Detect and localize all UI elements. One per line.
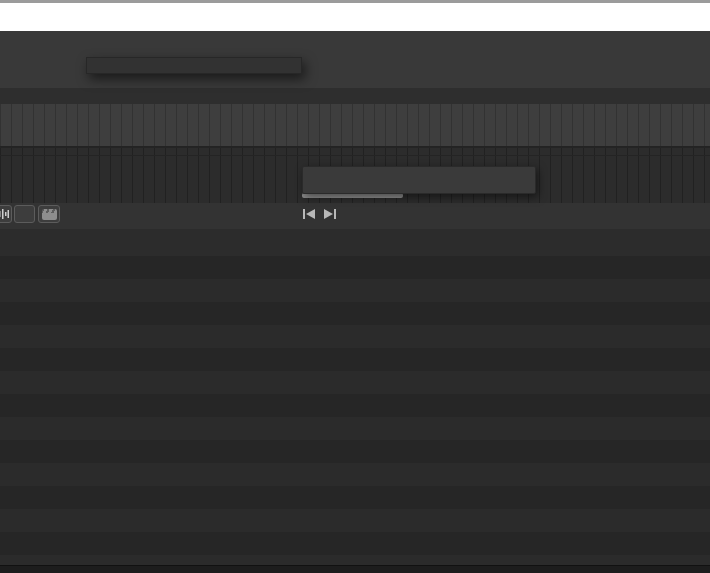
timeline-ruler[interactable] xyxy=(0,88,710,104)
skip-forward-icon xyxy=(324,209,336,219)
transport-skip-buttons[interactable] xyxy=(303,208,339,220)
others-submenu[interactable] xyxy=(302,166,536,194)
script-dropdown-menu xyxy=(86,57,302,74)
lyric-mode-button[interactable] xyxy=(14,205,35,223)
overview-divider xyxy=(0,155,710,156)
piano-roll-header[interactable] xyxy=(0,229,710,256)
clip-view-button[interactable] xyxy=(38,205,60,223)
piano-roll-toolbar xyxy=(0,203,710,229)
audio-track-waveform-lane[interactable] xyxy=(0,104,710,147)
waveform-icon xyxy=(0,209,9,219)
piano-roll-grid[interactable] xyxy=(0,256,710,565)
bottom-scrollbar-track[interactable] xyxy=(0,565,710,573)
skip-back-icon xyxy=(303,209,315,219)
browser-white-band xyxy=(0,3,710,31)
waveform-view-button[interactable] xyxy=(0,205,12,223)
app-window xyxy=(0,0,710,573)
film-icon xyxy=(42,209,57,220)
